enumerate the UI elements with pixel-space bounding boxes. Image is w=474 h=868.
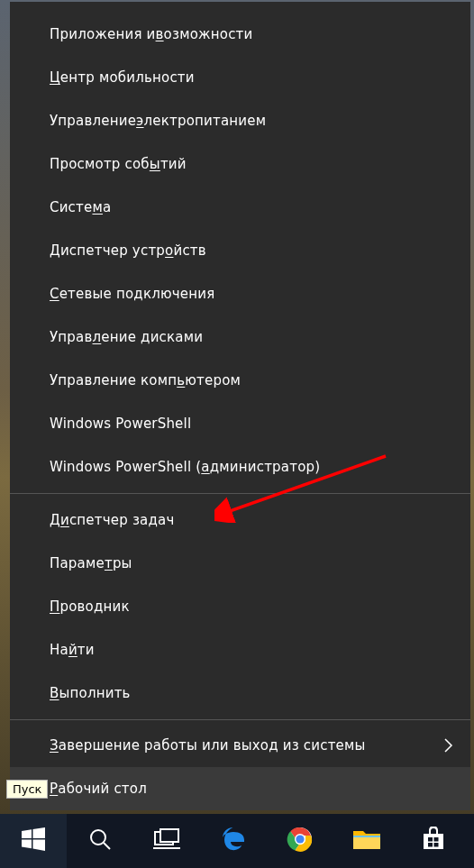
search-icon xyxy=(88,827,112,854)
menu-item-event-viewer[interactable]: Просмотр событий xyxy=(10,142,470,186)
menu-item-file-explorer[interactable]: Проводник xyxy=(10,585,470,628)
taskbar-edge-button[interactable] xyxy=(200,814,267,868)
menu-item-apps-features[interactable]: Приложения и возможности xyxy=(10,13,470,56)
task-view-icon xyxy=(153,828,180,854)
start-tooltip: Пуск xyxy=(6,780,48,799)
menu-item-run[interactable]: Выполнить xyxy=(10,672,470,715)
chrome-icon xyxy=(287,826,314,856)
taskbar-search-button[interactable] xyxy=(67,814,133,868)
menu-item-powershell[interactable]: Windows PowerShell xyxy=(10,402,470,445)
menu-separator xyxy=(10,493,470,494)
svg-rect-14 xyxy=(434,843,439,847)
store-icon xyxy=(421,827,446,855)
taskbar-chrome-button[interactable] xyxy=(267,814,333,868)
menu-item-powershell-admin[interactable]: Windows PowerShell (администратор) xyxy=(10,445,470,489)
menu-item-shutdown-signout[interactable]: Завершение работы или выход из системы xyxy=(10,724,470,767)
taskbar-store-button[interactable] xyxy=(400,814,467,868)
menu-item-mobility-center[interactable]: Центр мобильности xyxy=(10,56,470,99)
menu-item-label: Приложения и xyxy=(50,13,156,56)
menu-item-settings[interactable]: Параметры xyxy=(10,542,470,585)
menu-item-computer-management[interactable]: Управление компьютером xyxy=(10,359,470,402)
menu-item-task-manager[interactable]: Диспетчер задач xyxy=(10,498,470,542)
svg-rect-9 xyxy=(353,836,380,849)
menu-item-desktop[interactable]: Рабочий стол xyxy=(10,767,470,810)
menu-item-device-manager[interactable]: Диспетчер устройств xyxy=(10,229,470,272)
chevron-right-icon xyxy=(443,738,454,753)
svg-rect-12 xyxy=(434,837,439,842)
edge-icon xyxy=(220,826,247,856)
svg-rect-4 xyxy=(160,829,178,842)
svg-rect-10 xyxy=(353,836,380,837)
menu-item-power-options[interactable]: Управление электропитанием xyxy=(10,99,470,142)
menu-item-disk-management[interactable]: Управление дисками xyxy=(10,315,470,359)
svg-point-8 xyxy=(296,835,304,843)
folder-icon xyxy=(352,827,381,854)
svg-rect-11 xyxy=(428,837,433,842)
menu-separator xyxy=(10,719,470,720)
svg-rect-13 xyxy=(428,843,433,847)
menu-item-system[interactable]: Система xyxy=(10,186,470,229)
menu-item-search[interactable]: Найти xyxy=(10,628,470,672)
svg-line-2 xyxy=(104,843,110,849)
windows-logo-icon xyxy=(22,827,45,854)
taskbar-start-button[interactable] xyxy=(0,814,67,868)
svg-point-1 xyxy=(91,830,105,845)
taskbar-explorer-button[interactable] xyxy=(333,814,400,868)
taskbar-task-view-button[interactable] xyxy=(133,814,200,868)
winx-menu: Приложения и возможности Центр мобильнос… xyxy=(10,2,470,810)
menu-item-network-connections[interactable]: Сетевые подключения xyxy=(10,272,470,315)
taskbar xyxy=(0,814,474,868)
